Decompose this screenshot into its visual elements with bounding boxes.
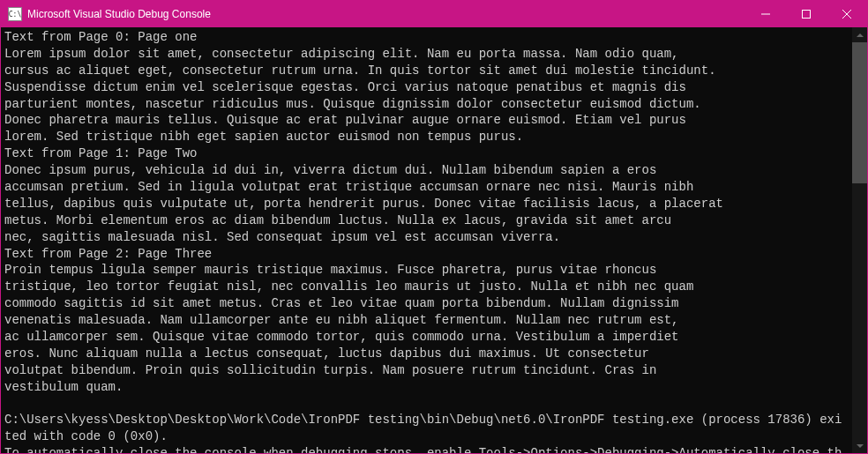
maximize-icon	[802, 10, 811, 19]
titlebar[interactable]: C:\ Microsoft Visual Studio Debug Consol…	[1, 1, 867, 27]
console-line: Donec pharetra mauris tellus. Quisque ac…	[4, 112, 849, 129]
console-line: tristique, leo tortor feugiat nisl, nec …	[4, 279, 849, 295]
debug-console-window: C:\ Microsoft Visual Studio Debug Consol…	[0, 0, 868, 454]
console-line: Text from Page 1: Page Two	[4, 145, 849, 162]
console-line: commodo sagittis id sit amet metus. Cras…	[4, 295, 849, 312]
window-controls	[745, 1, 867, 27]
console-line: vestibulum quam.	[4, 379, 849, 396]
console-line: Text from Page 0: Page one	[4, 29, 849, 46]
console-line: nec, sagittis malesuada nisl. Sed conseq…	[4, 229, 849, 246]
console-line: metus. Morbi elementum eros ac diam bibe…	[4, 212, 849, 229]
console-line: Donec ipsum purus, vehicula id dui in, v…	[4, 162, 849, 179]
console-line: Suspendisse dictum enim vel scelerisque …	[4, 79, 849, 96]
svg-rect-1	[803, 11, 811, 19]
close-button[interactable]	[827, 1, 867, 27]
minimize-button[interactable]	[745, 1, 786, 27]
app-icon: C:\	[8, 7, 22, 21]
console-line: To automatically close the console when …	[4, 445, 849, 453]
console-line: venenatis malesuada. Nam ullamcorper ant…	[4, 312, 849, 329]
scrollbar-down-button[interactable]	[852, 438, 867, 453]
console-line: lorem. Sed tristique nibh eget sapien au…	[4, 129, 849, 145]
console-line	[4, 396, 849, 413]
console-line: accumsan pretium. Sed in ligula volutpat…	[4, 179, 849, 196]
minimize-icon	[761, 10, 770, 19]
console-area: Text from Page 0: Page oneLorem ipsum do…	[1, 27, 867, 453]
scrollbar-thumb[interactable]	[852, 42, 867, 183]
console-line: Proin tempus ligula semper mauris tristi…	[4, 262, 849, 279]
console-line: cursus ac aliquet eget, consectetur rutr…	[4, 63, 849, 79]
console-line: Text from Page 2: Page Three	[4, 246, 849, 263]
console-output[interactable]: Text from Page 0: Page oneLorem ipsum do…	[1, 27, 852, 453]
vertical-scrollbar[interactable]	[852, 27, 867, 453]
maximize-button[interactable]	[786, 1, 827, 27]
console-line: parturient montes, nascetur ridiculus mu…	[4, 96, 849, 113]
chevron-up-icon	[857, 33, 864, 37]
scrollbar-up-button[interactable]	[852, 27, 867, 42]
close-icon	[842, 10, 851, 19]
console-line: ac ullamcorper sem. Quisque vitae commod…	[4, 329, 849, 346]
window-title: Microsoft Visual Studio Debug Console	[27, 8, 745, 20]
console-line: Lorem ipsum dolor sit amet, consectetur …	[4, 46, 849, 63]
console-line: volutpat bibendum. Proin quis sollicitud…	[4, 362, 849, 379]
console-line: tellus, dapibus quis vulputate ut, porta…	[4, 196, 849, 212]
chevron-down-icon	[857, 444, 864, 448]
console-line: C:\Users\kyess\Desktop\Desktop\Work\Code…	[4, 412, 849, 445]
console-line: eros. Nunc aliquam nulla a lectus conseq…	[4, 346, 849, 362]
